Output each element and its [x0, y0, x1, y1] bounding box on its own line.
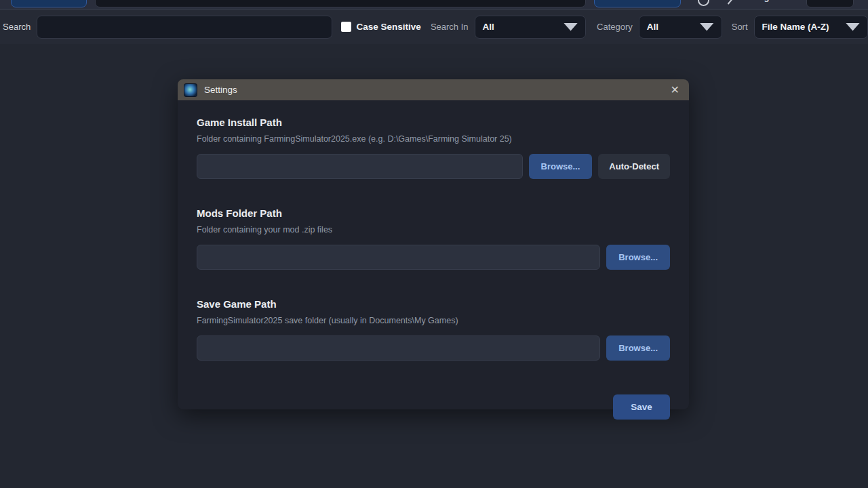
dialog-body: Game Install Path Folder containing Farm…: [178, 100, 689, 420]
dialog-titlebar: Settings ✕: [178, 79, 689, 100]
image-scale-label: Image Scale: [749, 0, 800, 7]
save-game-path-input[interactable]: [197, 336, 600, 361]
game-install-path-input[interactable]: [197, 154, 523, 179]
search-in-label: Search In: [431, 22, 469, 32]
diagonal-line-icon[interactable]: [728, 0, 736, 5]
image-scale-select[interactable]: 100%: [806, 0, 854, 7]
section-heading: Mods Folder Path: [197, 207, 670, 219]
dialog-title: Settings: [204, 85, 237, 95]
sort-select[interactable]: File Name (A-Z): [754, 16, 868, 39]
folder-path-input[interactable]: [95, 0, 586, 7]
browse-save-path-button[interactable]: Browse...: [606, 336, 670, 361]
mods-folder-path-section: Mods Folder Path Folder containing your …: [197, 207, 670, 270]
game-install-path-section: Game Install Path Folder containing Farm…: [197, 117, 670, 179]
section-description: FarmingSimulator2025 save folder (usuall…: [197, 316, 670, 325]
filter-bar: Search Case Sensitive Search In All Cate…: [0, 9, 868, 44]
search-label: Search: [3, 22, 31, 32]
search-in-select[interactable]: All: [475, 16, 586, 39]
topbar: Select Folder Load Files Image Scale 100…: [0, 0, 868, 9]
sort-value: File Name (A-Z): [762, 22, 829, 32]
section-heading: Game Install Path: [197, 117, 670, 128]
case-sensitive-checkbox[interactable]: [341, 22, 351, 32]
case-sensitive-label: Case Sensitive: [357, 22, 421, 32]
category-label: Category: [597, 22, 633, 32]
settings-dialog: Settings ✕ Game Install Path Folder cont…: [178, 79, 689, 409]
close-icon[interactable]: ✕: [671, 85, 679, 96]
chevron-down-icon: [564, 23, 578, 31]
circle-icon[interactable]: [698, 0, 709, 6]
save-game-path-section: Save Game Path FarmingSimulator2025 save…: [197, 298, 670, 361]
section-heading: Save Game Path: [197, 298, 670, 310]
chevron-down-icon: [700, 23, 714, 31]
search-in-value: All: [483, 22, 494, 32]
mods-folder-path-input[interactable]: [197, 245, 600, 270]
auto-detect-button[interactable]: Auto-Detect: [598, 154, 670, 179]
app-icon: [184, 83, 197, 97]
select-folder-button[interactable]: Select Folder: [11, 0, 87, 7]
browse-mods-path-button[interactable]: Browse...: [606, 245, 670, 270]
section-description: Folder containing your mod .zip files: [197, 225, 670, 235]
search-input[interactable]: [37, 16, 332, 39]
chevron-down-icon: [846, 23, 860, 31]
image-scale-value: 100%: [812, 0, 833, 2]
browse-game-path-button[interactable]: Browse...: [529, 154, 593, 179]
sort-label: Sort: [732, 22, 748, 32]
main-area: Settings ✕ Game Install Path Folder cont…: [0, 44, 868, 488]
section-description: Folder containing FarmingSimulator2025.e…: [197, 134, 670, 144]
category-value: All: [647, 22, 658, 32]
save-button[interactable]: Save: [613, 394, 670, 420]
load-files-button[interactable]: Load Files: [594, 0, 681, 7]
category-select[interactable]: All: [639, 16, 722, 39]
